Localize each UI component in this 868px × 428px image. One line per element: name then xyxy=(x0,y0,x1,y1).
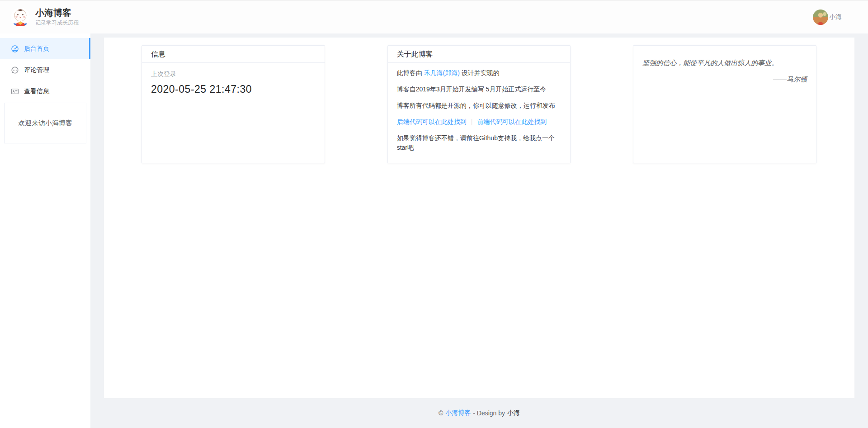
sidebar-item-label: 后台首页 xyxy=(24,45,49,53)
footer-site-link[interactable]: 小海博客 xyxy=(445,409,471,417)
id-card-icon xyxy=(11,87,19,95)
link-separator: | xyxy=(471,118,473,125)
frontend-code-link[interactable]: 前端代码可以在此处找到 xyxy=(477,118,547,125)
info-card-body: 上次登录 2020-05-25 21:47:30 xyxy=(142,63,325,103)
about-line-history: 博客自2019年3月开始开发编写 5月开始正式运行至今 xyxy=(397,85,561,94)
author-link[interactable]: 禾几海(郑海) xyxy=(424,69,460,76)
main-area: 信息 上次登录 2020-05-25 21:47:30 关于此博客 此博客由 禾… xyxy=(90,33,868,428)
about-card-body: 此博客由 禾几海(郑海) 设计并实现的 博客自2019年3月开始开发编写 5月开… xyxy=(388,63,571,152)
quote-card-body: 坚强的信心，能使平凡的人做出惊人的事业。 ——马尔顿 xyxy=(633,46,816,96)
about-author-suffix: 设计并实现的 xyxy=(460,69,500,76)
about-line-opensource: 博客所有代码都是开源的，你可以随意修改，运行和发布 xyxy=(397,101,561,110)
top-bar: 小海博客 记录学习成长历程 小海 xyxy=(0,0,868,33)
sidebar-item-label: 评论管理 xyxy=(24,66,49,74)
info-card: 信息 上次登录 2020-05-25 21:47:30 xyxy=(142,45,325,163)
about-line-code-links: 后端代码可以在此处找到|前端代码可以在此处找到 xyxy=(397,117,561,127)
footer-middle-text: - Design by xyxy=(473,409,505,417)
last-login-label: 上次登录 xyxy=(151,70,316,78)
dashboard-icon xyxy=(11,45,19,53)
quote-author: ——马尔顿 xyxy=(642,75,807,84)
about-author-prefix: 此博客由 xyxy=(397,69,424,76)
sidebar-item-label: 查看信息 xyxy=(24,87,49,95)
backend-code-link[interactable]: 后端代码可以在此处找到 xyxy=(397,118,467,125)
site-title: 小海博客 xyxy=(35,8,79,18)
site-identity: 小海博客 记录学习成长历程 xyxy=(35,8,79,27)
about-card: 关于此博客 此博客由 禾几海(郑海) 设计并实现的 博客自2019年3月开始开发… xyxy=(387,45,571,163)
sidebar-item-dashboard[interactable]: 后台首页 xyxy=(0,38,90,59)
welcome-text: 欢迎来访小海博客 xyxy=(18,119,72,128)
user-name[interactable]: 小海 xyxy=(829,13,842,21)
welcome-box: 欢迎来访小海博客 xyxy=(4,103,86,143)
user-menu[interactable]: 小海 xyxy=(813,10,842,25)
copyright-symbol: © xyxy=(439,409,443,417)
cat-mascot-icon xyxy=(11,8,30,27)
footer: © 小海博客 - Design by 小海 xyxy=(104,398,854,428)
about-line-star: 如果觉得博客还不错，请前往Github支持我，给我点一个star吧 xyxy=(397,133,561,152)
info-card-title: 信息 xyxy=(142,46,325,63)
avatar-image-icon xyxy=(813,10,828,25)
quote-text: 坚强的信心，能使平凡的人做出惊人的事业。 xyxy=(642,58,807,67)
user-avatar[interactable] xyxy=(813,10,828,25)
site-logo xyxy=(11,8,30,27)
comment-icon xyxy=(11,66,19,74)
footer-author: 小海 xyxy=(507,409,520,417)
last-login-time: 2020-05-25 21:47:30 xyxy=(151,83,316,95)
content-panel: 信息 上次登录 2020-05-25 21:47:30 关于此博客 此博客由 禾… xyxy=(104,38,854,398)
sidebar-item-comments[interactable]: 评论管理 xyxy=(0,59,90,81)
sidebar-item-view-info[interactable]: 查看信息 xyxy=(0,81,90,102)
site-subtitle: 记录学习成长历程 xyxy=(35,19,79,27)
about-line-author: 此博客由 禾几海(郑海) 设计并实现的 xyxy=(397,68,561,78)
app-body: 后台首页 评论管理 查看信息 xyxy=(0,33,868,428)
sidebar: 后台首页 评论管理 查看信息 xyxy=(0,33,90,428)
quote-card: 坚强的信心，能使平凡的人做出惊人的事业。 ——马尔顿 xyxy=(633,45,816,163)
about-card-title: 关于此博客 xyxy=(388,46,571,63)
